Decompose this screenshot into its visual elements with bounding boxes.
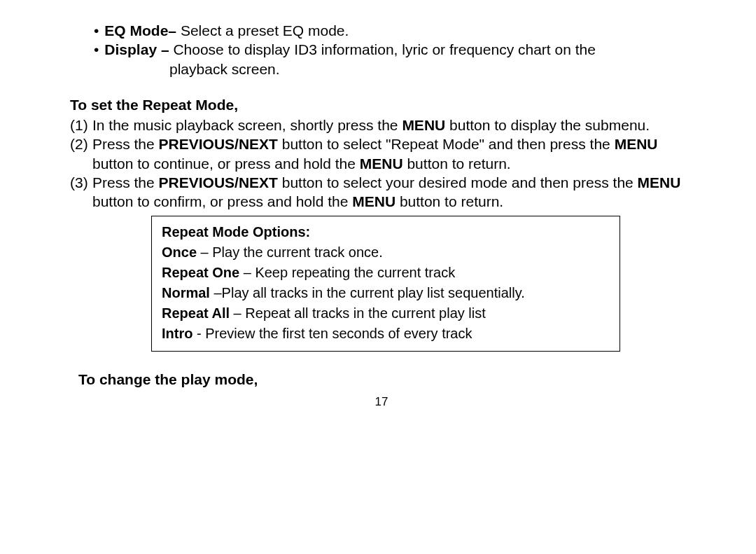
option-item: Once – Play the current track once. — [162, 242, 610, 263]
option-sep: – — [230, 305, 245, 321]
bullet-desc: Select a preset EQ mode. — [176, 22, 349, 39]
option-sep: – — [210, 285, 222, 300]
step-body: In the music playback screen, shortly pr… — [92, 116, 693, 134]
bullet-term: EQ Mode– — [104, 22, 176, 39]
options-title: Repeat Mode Options: — [162, 222, 610, 242]
step-item: (1) In the music playback screen, shortl… — [70, 116, 693, 134]
section-heading-repeat-mode: To set the Repeat Mode, — [70, 95, 693, 114]
step-number: (1) — [70, 116, 92, 134]
option-term: Once — [162, 244, 197, 260]
repeat-mode-options-box: Repeat Mode Options: Once – Play the cur… — [151, 216, 620, 352]
option-term: Intro — [162, 326, 192, 341]
bullet-item: • Display – Choose to display ID3 inform… — [91, 40, 693, 59]
bullet-text: Display – Choose to display ID3 informat… — [104, 40, 596, 59]
option-sep: - — [192, 326, 205, 341]
step-body: Press the PREVIOUS/NEXT button to select… — [92, 134, 693, 173]
section-heading-play-mode: To change the play mode, — [78, 370, 693, 389]
option-sep: – — [197, 244, 212, 260]
option-term: Normal — [162, 285, 210, 300]
bullet-icon: • — [91, 40, 104, 59]
page-number: 17 — [70, 394, 693, 410]
step-number: (2) — [70, 134, 92, 173]
option-desc: Preview the first ten seconds of every t… — [205, 326, 472, 341]
step-item: (2) Press the PREVIOUS/NEXT button to se… — [70, 134, 693, 173]
bullet-item: • EQ Mode– Select a preset EQ mode. — [91, 21, 693, 40]
bullet-text: EQ Mode– Select a preset EQ mode. — [104, 21, 349, 40]
option-desc: Play the current track once. — [212, 244, 382, 260]
option-item: Normal –Play all tracks in the current p… — [162, 283, 610, 303]
option-desc: Play all tracks in the current play list… — [222, 285, 525, 300]
document-page: • EQ Mode– Select a preset EQ mode. • Di… — [0, 0, 756, 410]
option-sep: – — [239, 265, 255, 280]
option-desc: Keep repeating the current track — [255, 265, 455, 280]
bullet-desc: Choose to display ID3 information, lyric… — [169, 41, 596, 57]
bullet-list: • EQ Mode– Select a preset EQ mode. • Di… — [91, 21, 693, 78]
step-item: (3) Press the PREVIOUS/NEXT button to se… — [70, 173, 693, 212]
option-term: Repeat All — [162, 305, 230, 321]
step-number: (3) — [70, 173, 92, 212]
bullet-icon: • — [91, 21, 104, 40]
option-term: Repeat One — [162, 265, 239, 280]
option-item: Repeat All – Repeat all tracks in the cu… — [162, 303, 610, 324]
option-desc: Repeat all tracks in the current play li… — [245, 305, 486, 321]
bullet-continuation: playback screen. — [91, 60, 693, 78]
option-item: Repeat One – Keep repeating the current … — [162, 263, 610, 283]
numbered-steps: (1) In the music playback screen, shortl… — [70, 116, 693, 211]
option-item: Intro - Preview the first ten seconds of… — [162, 324, 610, 344]
step-body: Press the PREVIOUS/NEXT button to select… — [92, 173, 693, 212]
bullet-term: Display – — [104, 41, 169, 57]
